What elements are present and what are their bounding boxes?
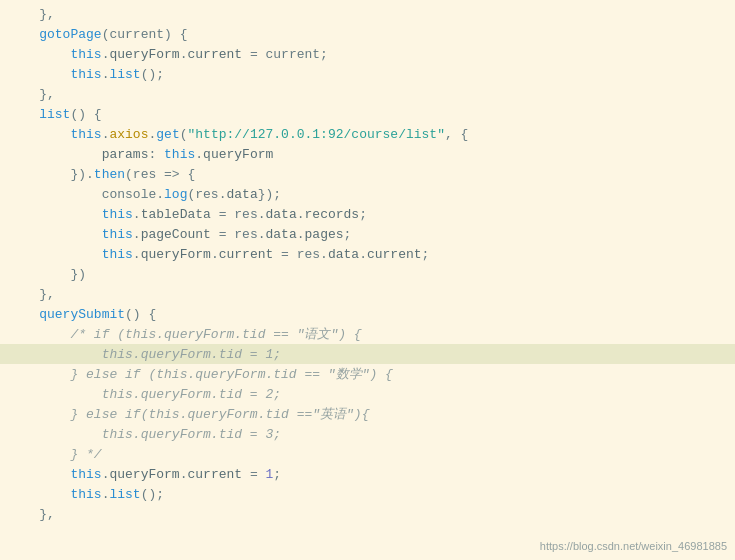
code-line: }): [0, 264, 735, 284]
code-line: this.queryForm.tid = 2;: [0, 384, 735, 404]
code-line: },: [0, 284, 735, 304]
code-line: },: [0, 4, 735, 24]
code-line: params: this.queryForm: [0, 144, 735, 164]
code-line: this.queryForm.tid = 3;: [0, 424, 735, 444]
code-line: },: [0, 84, 735, 104]
code-line: querySubmit() {: [0, 304, 735, 324]
code-line: this.queryForm.current = res.data.curren…: [0, 244, 735, 264]
code-line: /* if (this.queryForm.tid == "语文") {: [0, 324, 735, 344]
code-line: this.axios.get("http://127.0.0.1:92/cour…: [0, 124, 735, 144]
code-line: }).then(res => {: [0, 164, 735, 184]
code-line: list() {: [0, 104, 735, 124]
watermark: https://blog.csdn.net/weixin_46981885: [540, 540, 727, 552]
code-line: this.list();: [0, 484, 735, 504]
code-line: },: [0, 504, 735, 524]
code-line: this.tableData = res.data.records;: [0, 204, 735, 224]
code-line: console.log(res.data});: [0, 184, 735, 204]
code-line: this.queryForm.tid = 1;: [0, 344, 735, 364]
code-line: } else if (this.queryForm.tid == "数学") {: [0, 364, 735, 384]
code-line: this.list();: [0, 64, 735, 84]
code-line: this.pageCount = res.data.pages;: [0, 224, 735, 244]
code-line: } */: [0, 444, 735, 464]
code-line: gotoPage(current) {: [0, 24, 735, 44]
code-editor: }, gotoPage(current) { this.queryForm.cu…: [0, 0, 735, 560]
code-line: this.queryForm.current = current;: [0, 44, 735, 64]
code-line: this.queryForm.current = 1;: [0, 464, 735, 484]
code-line: } else if(this.queryForm.tid =="英语"){: [0, 404, 735, 424]
